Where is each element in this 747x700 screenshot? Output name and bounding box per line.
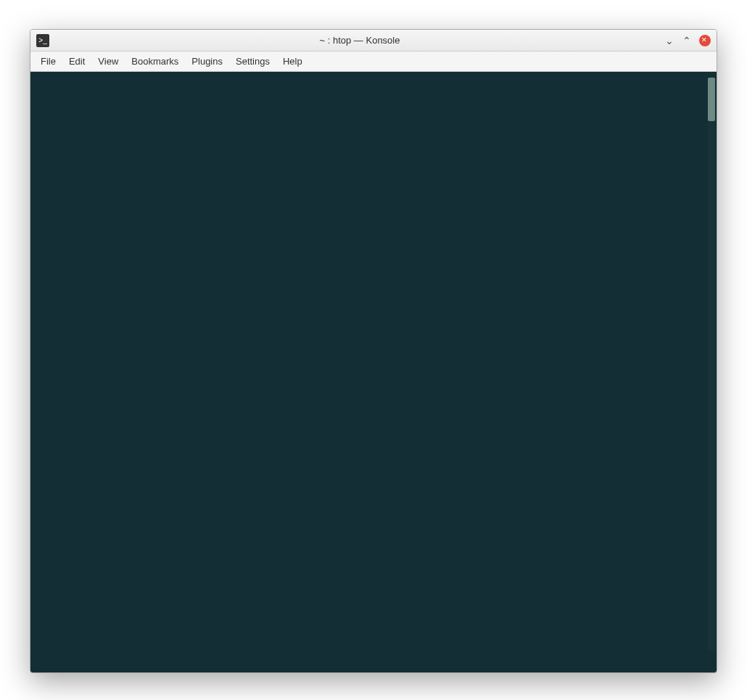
- maximize-button[interactable]: ⌃: [682, 36, 692, 46]
- titlebar[interactable]: >_ ~ : htop — Konsole ⌄ ⌃: [30, 30, 717, 52]
- menu-bookmarks[interactable]: Bookmarks: [131, 56, 178, 67]
- konsole-window: >_ ~ : htop — Konsole ⌄ ⌃ File Edit View…: [30, 29, 717, 673]
- menu-file[interactable]: File: [41, 56, 56, 67]
- close-button[interactable]: [699, 35, 711, 46]
- menu-plugins[interactable]: Plugins: [191, 56, 223, 67]
- menu-view[interactable]: View: [98, 56, 118, 67]
- window-title: ~ : htop — Konsole: [55, 35, 664, 46]
- minimize-button[interactable]: ⌄: [664, 36, 674, 46]
- menubar: File Edit View Bookmarks Plugins Setting…: [30, 52, 717, 72]
- terminal[interactable]: [30, 72, 717, 672]
- scrollbar-thumb[interactable]: [708, 78, 715, 121]
- app-icon: >_: [36, 34, 49, 47]
- menu-help[interactable]: Help: [283, 56, 302, 67]
- scrollbar[interactable]: [708, 78, 715, 651]
- menu-settings[interactable]: Settings: [236, 56, 270, 67]
- menu-edit[interactable]: Edit: [69, 56, 85, 67]
